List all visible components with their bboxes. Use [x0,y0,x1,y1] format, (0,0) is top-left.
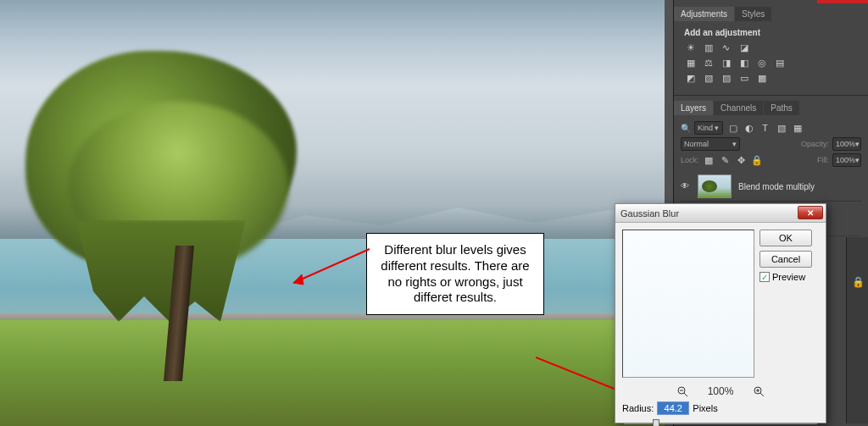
adjustments-title: Add an adjustment [684,28,860,37]
preview-checkbox[interactable]: ✓ [760,272,770,282]
opacity-value[interactable]: 100%▾ [832,137,861,151]
lock-transparency-icon[interactable]: ▩ [703,155,715,166]
exposure-icon[interactable]: ◪ [737,42,750,53]
tab-layers[interactable]: Layers [674,101,713,115]
fill-value[interactable]: 100%▾ [832,153,861,167]
selective-color-icon[interactable]: ▩ [755,73,768,84]
filter-pixel-icon[interactable]: ▢ [726,123,739,134]
lock-label: Lock: [681,156,699,164]
svg-marker-1 [293,274,303,285]
filter-type-icon[interactable]: T [759,123,771,134]
hue-sat-icon[interactable]: ⚖ [702,58,715,69]
gaussian-blur-dialog: Gaussian Blur ✕ OK Cancel ✓ Preview 100%… [615,203,826,423]
opacity-label: Opacity: [801,140,829,148]
layer-row-1[interactable]: 👁 Blend mode multiply [681,172,861,202]
blend-mode-select[interactable]: Normal▾ [681,137,740,151]
dialog-title: Gaussian Blur [620,208,679,219]
close-icon: ✕ [807,208,814,218]
dialog-titlebar[interactable]: Gaussian Blur ✕ [615,204,826,223]
rail-lock-icon[interactable]: 🔒 [847,271,868,293]
cancel-button[interactable]: Cancel [760,251,812,268]
radius-label: Radius: [622,403,654,413]
blur-preview[interactable] [622,230,754,378]
posterize-icon[interactable]: ▧ [702,73,715,84]
filter-smart-icon[interactable]: ▦ [791,123,804,134]
tab-channels[interactable]: Channels [714,101,763,115]
radius-slider[interactable] [624,418,817,426]
layer-filter-kind[interactable]: Kind▾ [694,121,723,135]
filter-shape-icon[interactable]: ▧ [775,123,787,134]
gradient-map-icon[interactable]: ▭ [737,73,750,84]
brightness-contrast-icon[interactable]: ☀ [684,42,697,53]
filter-adjust-icon[interactable]: ◐ [743,123,755,134]
zoom-in-button[interactable] [752,385,765,398]
tab-adjustments[interactable]: Adjustments [674,7,734,21]
layer-thumbnail[interactable] [698,174,732,198]
zoom-out-icon [676,385,688,397]
visibility-eye-icon[interactable]: 👁 [681,181,691,191]
lock-all-icon[interactable]: 🔒 [751,155,764,166]
channel-mixer-icon[interactable]: ▤ [773,58,786,69]
preview-label: Preview [772,272,805,282]
fill-label: Fill: [817,156,829,164]
svg-line-0 [293,249,370,283]
levels-icon[interactable]: ▥ [702,42,715,53]
zoom-out-button[interactable] [676,385,689,398]
collapsed-panel-rail: 🔒 [846,237,868,423]
zoom-percent: 100% [708,385,734,397]
layer-name-text: Blend mode multiply [738,182,815,191]
layers-tabs: Layers Channels Paths [674,101,868,115]
adjustments-body: Add an adjustment ☀ ▥ ∿ ◪ ▦ ⚖ ◨ ◧ ◎ ▤ ◩ … [674,21,868,93]
accent-bar [817,0,868,3]
radius-unit: Pixels [693,403,717,413]
adjustments-tabs: Adjustments Styles [674,7,868,21]
svg-line-10 [760,393,764,396]
annotation-arrow-left [285,241,378,291]
lock-pixels-icon[interactable]: ✎ [719,155,732,166]
photo-filter-icon[interactable]: ◎ [755,58,768,69]
color-balance-icon[interactable]: ◨ [720,58,732,69]
curves-icon[interactable]: ∿ [720,42,732,53]
zoom-in-icon [753,385,765,397]
ok-button[interactable]: OK [760,230,812,246]
tab-styles[interactable]: Styles [735,7,771,21]
invert-icon[interactable]: ◩ [684,73,697,84]
bw-icon[interactable]: ◧ [737,58,750,69]
slider-thumb-icon[interactable] [653,419,659,426]
lock-position-icon[interactable]: ✥ [735,155,748,166]
vibrance-icon[interactable]: ▦ [684,58,697,69]
radius-input[interactable]: 44.2 [657,401,689,415]
threshold-icon[interactable]: ▨ [720,73,732,84]
svg-line-6 [684,393,687,396]
annotation-text: Different blur levels gives different re… [381,242,529,304]
tab-paths[interactable]: Paths [764,101,799,115]
annotation-callout: Different blur levels gives different re… [366,233,544,315]
close-button[interactable]: ✕ [798,206,823,219]
tree-shape [17,51,314,356]
